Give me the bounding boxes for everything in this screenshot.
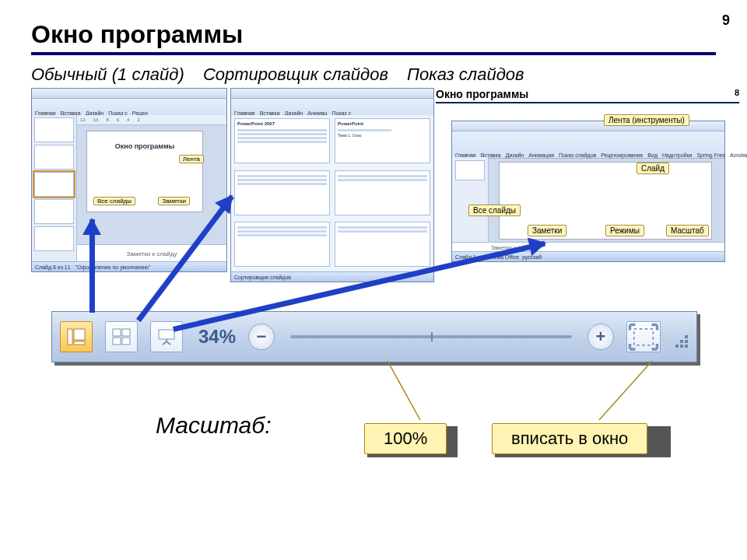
zoom-toolbar: 34% − +: [51, 311, 697, 362]
page-title: Окно программы: [31, 20, 716, 55]
win1-ruler: 1210 86 42: [77, 115, 226, 125]
scale-label: Масштаб:: [156, 412, 271, 439]
callout-zoom: Масштаб: [666, 225, 709, 236]
zoom-in-button[interactable]: +: [587, 324, 614, 350]
thumbnail-sorter-view: ГлавнаяВставка ДизайнАнимац Показ с Powe…: [230, 88, 434, 282]
callout-notes-mini: Заметки: [158, 197, 190, 205]
fit-window-icon: [627, 322, 660, 352]
win3-ribbon: ГлавнаяВставка ДизайнАнимация Показ слай…: [452, 131, 724, 159]
view-normal-button[interactable]: [60, 321, 93, 352]
sorter-view-icon: [112, 328, 131, 345]
svg-line-9: [163, 341, 167, 345]
callout-modes: Режимы: [605, 225, 644, 236]
view-modes-row: Обычный (1 слайд) Сортировщик слайдов По…: [31, 65, 716, 85]
view-sorter-button[interactable]: [105, 321, 138, 352]
svg-rect-2: [74, 341, 85, 345]
win3-number: 8: [735, 88, 739, 100]
svg-rect-5: [113, 338, 121, 345]
callout-slide: Слайд: [637, 163, 669, 174]
arrow-normal: [89, 219, 95, 313]
svg-rect-0: [68, 329, 72, 345]
svg-rect-6: [122, 338, 130, 345]
resize-grip-icon: [673, 325, 689, 348]
svg-rect-4: [122, 329, 130, 336]
win1-notes: Заметки к слайду: [77, 244, 226, 262]
win1-main-slide: Окно программы Лента Все слайды Заметки: [86, 131, 203, 212]
callout-all-slides: Все слайды: [468, 205, 521, 216]
callout-ribbon: Лента (инструменты): [604, 114, 689, 126]
svg-rect-7: [159, 330, 174, 339]
zoom-slider[interactable]: [290, 335, 572, 338]
win1-ribbon: Главная Вставка Дизайн Показ с Рецен: [32, 99, 226, 117]
plus-icon: +: [596, 327, 606, 347]
svg-line-10: [167, 341, 170, 345]
callout-notes: Заметки: [528, 225, 566, 236]
callout-all-slides-mini: Все слайды: [93, 197, 135, 205]
tag-100pct: 100%: [364, 423, 447, 454]
zoom-out-button[interactable]: −: [248, 324, 275, 350]
normal-view-icon: [67, 328, 86, 345]
fit-to-window-button[interactable]: [626, 321, 661, 352]
mode-slideshow-label: Показ слайдов: [407, 65, 524, 84]
callout-ribbon-mini: Лента: [179, 155, 204, 163]
mode-sorter-label: Сортировщик слайдов: [203, 65, 388, 84]
svg-rect-1: [74, 329, 85, 340]
svg-rect-3: [113, 329, 121, 336]
win3-title: Окно программы: [436, 88, 528, 100]
minus-icon: −: [257, 327, 267, 347]
mode-normal-label: Обычный (1 слайд): [31, 65, 184, 84]
zoom-percent[interactable]: 34%: [198, 326, 236, 348]
svg-rect-11: [634, 329, 654, 345]
tag-fit-window: вписать в окно: [492, 423, 647, 454]
thumbnail-slideshow-view: Окно программы 8 ГлавнаяВставка ДизайнАн…: [436, 88, 739, 281]
win1-statusbar: Слайд 8 из 11 "Оформление по умолчанию": [32, 261, 226, 271]
page-number: 9: [722, 12, 730, 29]
win2-ribbon: ГлавнаяВставка ДизайнАнимац Показ с: [231, 99, 433, 117]
win1-slide-panel: [32, 115, 77, 262]
